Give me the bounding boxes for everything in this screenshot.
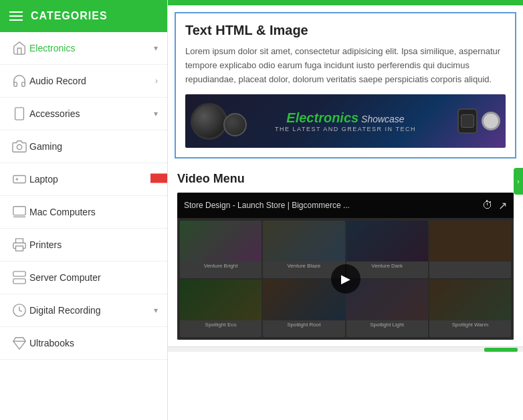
video-thumb-4 <box>429 221 511 261</box>
video-cell-label-3: Venture Dark <box>369 261 405 270</box>
sidebar-item-label-accessories: Accessories <box>29 108 154 119</box>
video-thumb-8 <box>429 280 511 320</box>
server-icon <box>9 270 29 285</box>
sidebar-item-printers[interactable]: Printers <box>0 229 167 261</box>
chevron-right-icon: › <box>155 76 158 86</box>
video-thumb-2 <box>263 221 344 261</box>
video-cell-7[interactable]: Spotlight Light <box>346 280 428 337</box>
video-cell-3[interactable]: Venture Dark <box>346 221 428 278</box>
video-cell-label-7: Spotlight Light <box>367 320 407 329</box>
sidebar-title: CATEGORIES <box>31 10 108 22</box>
video-cell-label-1: Venture Bright <box>201 261 241 270</box>
svg-rect-7 <box>13 176 25 183</box>
video-menu-section: Video Menu Store Design - Launch Store |… <box>168 165 523 346</box>
sidebar-item-label-audio-record: Audio Record <box>29 76 155 86</box>
laptop-icon <box>9 205 29 219</box>
video-thumb-3 <box>346 221 428 261</box>
top-green-bar <box>168 0 523 5</box>
clock-icon <box>9 303 29 318</box>
video-thumb-1 <box>180 221 262 261</box>
banner-tagline: THE LATEST AND GREATESR IN TECH <box>275 126 416 132</box>
bottom-green-indicator <box>484 348 518 352</box>
sidebar-item-ultrabooks[interactable]: Ultrabooks <box>0 327 167 360</box>
banner-text-area: Electronics Showcase THE LATEST AND GREA… <box>275 110 416 132</box>
tablet-icon <box>9 106 29 121</box>
video-cell-1[interactable]: Venture Bright <box>180 221 262 278</box>
video-thumb-5 <box>180 280 262 320</box>
diamond-icon <box>9 336 29 350</box>
sidebar-items-list: Electronics ▾ Audio Record › Accessories… <box>0 32 167 420</box>
chevron-down-icon-digital: ▾ <box>154 306 158 315</box>
svg-rect-9 <box>13 207 25 215</box>
video-cell-6[interactable]: Spotlight Root <box>263 280 344 337</box>
video-thumb-7 <box>346 280 428 320</box>
text-html-section: Text HTML & Image Lorem ipsum dolor sit … <box>175 12 516 159</box>
sidebar-item-label-gaming: Gaming <box>29 141 158 152</box>
electronics-banner: Electronics Showcase THE LATEST AND GREA… <box>185 94 506 148</box>
svg-point-2 <box>17 144 21 149</box>
text-html-title: Text HTML & Image <box>185 23 506 38</box>
video-cell-label-4 <box>467 261 473 264</box>
banner-electronics-text: Electronics Showcase <box>275 110 416 126</box>
video-menu-title: Video Menu <box>177 172 514 186</box>
video-cell-label-6: Spotlight Root <box>284 320 323 329</box>
content-area: Text HTML & Image Lorem ipsum dolor sit … <box>168 5 523 420</box>
banner-right-decor <box>439 94 506 148</box>
sidebar-item-label-printers: Printers <box>29 239 158 250</box>
main-content: Text HTML & Image Lorem ipsum dolor sit … <box>168 0 523 420</box>
headphone-icon <box>9 74 29 88</box>
sidebar-item-audio-record[interactable]: Audio Record › <box>0 65 167 98</box>
svg-rect-0 <box>15 108 24 120</box>
video-top-bar: Store Design - Launch Store | Bigcommerc… <box>177 193 514 218</box>
video-cell-5[interactable]: Spotlight Eco <box>180 280 262 337</box>
video-title-text: Store Design - Launch Store | Bigcommerc… <box>184 201 477 210</box>
svg-rect-13 <box>13 279 25 284</box>
sidebar-item-label-server-computer: Server Computer <box>29 272 158 283</box>
sidebar-item-gaming[interactable]: Gaming <box>0 130 167 163</box>
sidebar-item-label-mac-computers: Mac Computers <box>29 207 158 217</box>
sidebar-item-label-ultrabooks: Ultrabooks <box>29 338 158 348</box>
sidebar-item-server-computer[interactable]: Server Computer <box>0 261 167 294</box>
sidebar-item-accessories[interactable]: Accessories ▾ <box>0 98 167 130</box>
printer-icon <box>9 237 29 252</box>
video-grid: Venture Bright Venture Blaze <box>177 218 514 340</box>
sidebar-item-laptop[interactable]: Laptop <box>0 163 167 196</box>
video-share-icon[interactable]: ↗ <box>498 199 507 212</box>
video-cell-label-2: Venture Blaze <box>284 261 323 270</box>
bottom-bar <box>168 346 523 352</box>
right-edge-tab[interactable]: › <box>514 168 523 195</box>
home-icon <box>9 41 29 56</box>
video-container[interactable]: Store Design - Launch Store | Bigcommerc… <box>177 193 514 340</box>
video-cell-2[interactable]: Venture Blaze <box>263 221 344 278</box>
gamepad-icon <box>9 172 29 187</box>
sidebar-item-mac-computers[interactable]: Mac Computers <box>0 196 167 229</box>
video-cell-label-8: Spotlight Warm <box>449 320 491 329</box>
banner-left-decor <box>185 94 266 148</box>
video-watch-icon[interactable]: ⏱ <box>482 199 493 211</box>
sidebar-item-label-digital-recording: Digital Recording <box>29 305 154 316</box>
video-cell-label-5: Spotlight Eco <box>203 320 239 329</box>
hamburger-icon[interactable] <box>9 11 23 21</box>
text-html-body: Lorem ipsum dolor sit amet, consectetur … <box>185 45 506 86</box>
camera-icon <box>9 139 29 154</box>
chevron-down-icon-accessories: ▾ <box>154 109 158 118</box>
sidebar-item-electronics[interactable]: Electronics ▾ <box>0 32 167 65</box>
video-thumb-6 <box>263 280 344 320</box>
video-cell-4[interactable] <box>429 221 511 278</box>
svg-rect-11 <box>16 246 23 251</box>
sidebar-item-label-laptop: Laptop <box>29 174 158 185</box>
sidebar-header: CATEGORIES <box>0 0 167 32</box>
chevron-down-icon: ▾ <box>154 43 158 53</box>
sidebar-item-digital-recording[interactable]: Digital Recording ▾ <box>0 294 167 327</box>
svg-rect-12 <box>13 272 25 276</box>
video-cell-8[interactable]: Spotlight Warm <box>429 280 511 337</box>
sidebar-item-label-electronics: Electronics <box>29 43 154 54</box>
sidebar: CATEGORIES Electronics ▾ Audio Record › … <box>0 0 168 420</box>
